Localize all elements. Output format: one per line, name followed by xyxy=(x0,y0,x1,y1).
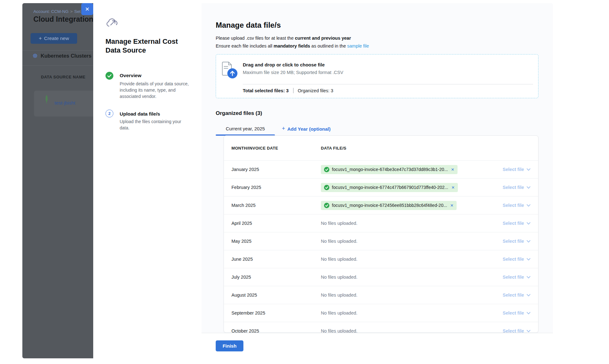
table-row: June 2025 No files uploaded. Select file xyxy=(224,250,538,268)
select-file-label: Select file xyxy=(503,239,524,244)
month-label: September 2025 xyxy=(231,310,321,316)
month-label: April 2025 xyxy=(231,221,321,226)
step-upload-description: Upload the files containing your data. xyxy=(120,118,191,131)
file-name: focusv1_mongo-invoice-672456ee851bbb28c6… xyxy=(332,203,447,208)
table-row: August 2025 No files uploaded. Select fi… xyxy=(224,286,538,304)
select-file-dropdown[interactable]: Select file xyxy=(503,221,531,226)
table-row: January 2025 focusv1_mongo-invoice-674be… xyxy=(224,160,538,178)
files-cell: No files uploaded. xyxy=(321,310,503,316)
breadcrumb: Account: CCM-NG>Set xyxy=(33,9,81,14)
table-row: April 2025 No files uploaded. Select fil… xyxy=(224,214,538,232)
files-cell: focusv1_mongo-invoice-6774c477b667901d77… xyxy=(321,183,503,192)
file-chip: focusv1_mongo-invoice-6774c477b667901d77… xyxy=(321,183,458,192)
month-label: January 2025 xyxy=(231,167,321,172)
chevron-down-icon xyxy=(526,312,531,315)
cloud-export-icon xyxy=(105,18,118,28)
select-file-dropdown[interactable]: Select file xyxy=(503,167,531,172)
select-file-dropdown[interactable]: Select file xyxy=(503,203,531,208)
select-file-dropdown[interactable]: Select file xyxy=(503,239,531,244)
files-cell: focusv1_mongo-invoice-672456ee851bbb28c6… xyxy=(321,201,503,210)
kubernetes-tab-label: Kubernetes Clusters xyxy=(41,53,91,59)
table-row: March 2025 focusv1_mongo-invoice-672456e… xyxy=(224,196,538,214)
files-cell: focusv1_mongo-invoice-674be3ce47c73d37dd… xyxy=(321,165,503,174)
chevron-down-icon xyxy=(526,294,531,297)
file-dropzone[interactable]: Drag and drop or click to choose file Ma… xyxy=(216,54,538,98)
table-row: July 2025 No files uploaded. Select file xyxy=(224,268,538,286)
breadcrumb-section: Set xyxy=(74,9,81,14)
main-heading: Manage data file/s xyxy=(216,21,281,30)
data-source-card: test-jbisht xyxy=(34,91,93,117)
step-complete-check-icon xyxy=(105,72,113,80)
drawer-left-panel: Manage External Cost Data Source Overvie… xyxy=(93,3,202,358)
month-label: March 2025 xyxy=(231,203,321,208)
finish-button[interactable]: Finish xyxy=(216,340,243,351)
select-file-label: Select file xyxy=(503,328,524,333)
close-icon: ✕ xyxy=(85,6,89,13)
plus-icon: + xyxy=(39,35,42,42)
month-label: May 2025 xyxy=(231,239,321,244)
no-files-text: No files uploaded. xyxy=(321,328,357,333)
dropzone-subtitle: Maximum file size 20 MB; Supported forma… xyxy=(243,70,343,75)
organized-files-count: Organized files: 3 xyxy=(298,88,333,93)
step-overview-description: Provide details of your data source, inc… xyxy=(120,81,191,100)
select-file-label: Select file xyxy=(503,293,524,298)
create-new-button: + Create new xyxy=(31,33,77,44)
no-files-text: No files uploaded. xyxy=(321,275,357,280)
files-cell: No files uploaded. xyxy=(321,275,503,280)
month-label: February 2025 xyxy=(231,185,321,190)
add-year-label: Add Year (optional) xyxy=(287,126,331,132)
no-files-text: No files uploaded. xyxy=(321,293,357,298)
file-name: focusv1_mongo-invoice-674be3ce47c73d37dd… xyxy=(332,167,448,172)
step-overview-label[interactable]: Overview xyxy=(120,73,141,78)
upload-file-icon xyxy=(221,61,238,79)
divider xyxy=(22,65,93,66)
dimmed-background-page: Account: CCM-NG>Set Cloud Integration + … xyxy=(22,3,93,358)
tab-current-year[interactable]: Current year, 2025 xyxy=(216,126,275,131)
files-cell: No files uploaded. xyxy=(321,293,503,298)
table-row: October 2025 No files uploaded. Select f… xyxy=(224,322,538,333)
tab-kubernetes-clusters: ☸ Kubernetes Clusters xyxy=(32,53,91,59)
dropzone-title: Drag and drop or click to choose file xyxy=(243,62,325,67)
close-button[interactable]: ✕ xyxy=(81,3,93,15)
select-file-dropdown[interactable]: Select file xyxy=(503,293,531,298)
select-file-dropdown[interactable]: Select file xyxy=(503,185,531,190)
data-source-name-header: DATA SOURCE NAME xyxy=(41,75,85,79)
select-file-label: Select file xyxy=(503,310,524,316)
file-name: focusv1_mongo-invoice-6774c477b667901d77… xyxy=(332,185,448,190)
chevron-down-icon xyxy=(526,276,531,279)
table-row: May 2025 No files uploaded. Select file xyxy=(224,232,538,250)
files-column-header: DATA FILE/S xyxy=(321,146,531,151)
step-upload-label[interactable]: Upload data file/s xyxy=(120,111,160,117)
month-column-header: MONTH/INVOICE DATE xyxy=(231,146,321,151)
drawer-footer: Finish xyxy=(202,333,553,358)
remove-file-icon[interactable]: ✕ xyxy=(451,185,454,190)
no-files-text: No files uploaded. xyxy=(321,310,357,316)
month-label: August 2025 xyxy=(231,293,321,298)
select-file-label: Select file xyxy=(503,167,524,172)
select-file-label: Select file xyxy=(503,275,524,280)
instruction-line-2: Ensure each file includes all mandatory … xyxy=(216,43,369,48)
month-label: October 2025 xyxy=(231,328,321,333)
divider xyxy=(22,50,93,51)
select-file-dropdown[interactable]: Select file xyxy=(503,257,531,262)
table-body: January 2025 focusv1_mongo-invoice-674be… xyxy=(224,160,538,333)
step-number-badge: 2 xyxy=(105,110,113,117)
select-file-label: Select file xyxy=(503,221,524,226)
sample-file-link[interactable]: sample file xyxy=(347,43,369,48)
no-files-text: No files uploaded. xyxy=(321,221,357,226)
app-window: Account: CCM-NG>Set Cloud Integration + … xyxy=(22,3,553,358)
month-label: July 2025 xyxy=(231,275,321,280)
organized-files-heading: Organized files (3) xyxy=(216,110,262,117)
select-file-dropdown[interactable]: Select file xyxy=(503,275,531,280)
select-file-dropdown[interactable]: Select file xyxy=(503,310,531,316)
chevron-down-icon xyxy=(526,330,531,333)
mongodb-leaf-icon xyxy=(45,95,48,104)
add-year-tab[interactable]: + Add Year (optional) xyxy=(282,126,331,132)
select-file-dropdown[interactable]: Select file xyxy=(503,328,531,333)
select-file-label: Select file xyxy=(503,257,524,262)
remove-file-icon[interactable]: ✕ xyxy=(450,203,453,208)
check-icon xyxy=(324,203,329,208)
total-selected-files: Total selected files: 3 xyxy=(243,88,289,93)
file-chip: focusv1_mongo-invoice-672456ee851bbb28c6… xyxy=(321,201,457,210)
remove-file-icon[interactable]: ✕ xyxy=(451,167,454,172)
